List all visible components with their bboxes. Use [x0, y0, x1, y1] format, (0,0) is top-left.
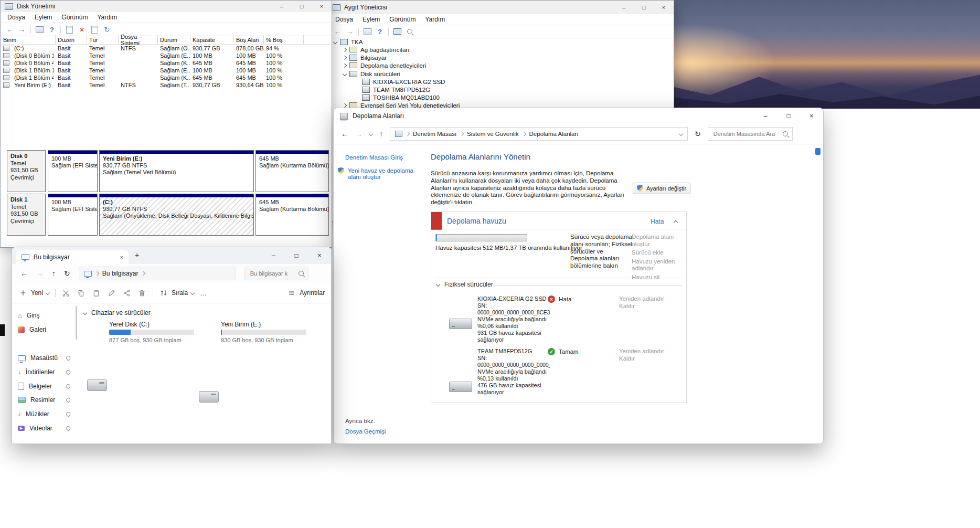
col-dosya-sistemi[interactable]: Dosya Sistemi	[119, 35, 158, 44]
up-icon[interactable]: ↑	[379, 130, 383, 138]
tree-item-network-adapters[interactable]: Ağ bağdaştırıcıları	[343, 46, 409, 54]
partition-disk1-volume-c-selected[interactable]: (C:)930,77 GB NTFSSağlam (Önyükleme, Dis…	[99, 194, 254, 236]
col-durum[interactable]: Durum	[158, 35, 190, 44]
menu-eylem[interactable]: Eylem	[30, 13, 57, 22]
drive-e-name[interactable]: Yeni Birim (E:)	[221, 321, 261, 328]
refresh-icon[interactable]: ↻	[103, 25, 111, 34]
maximize-button[interactable]: □	[292, 1, 312, 12]
remove-drive-link[interactable]: Kaldır	[619, 355, 678, 363]
collapsed-chevron-icon[interactable]	[343, 47, 347, 51]
title-bar[interactable]: Aygıt Yöneticisi – □ ×	[328, 1, 674, 14]
paste-icon[interactable]	[92, 288, 101, 298]
search-input[interactable]	[712, 130, 780, 138]
computer-icon[interactable]	[393, 27, 401, 36]
up-icon[interactable]: ↑	[52, 270, 56, 277]
scrollbar-thumb[interactable]	[815, 148, 821, 155]
more-options-button[interactable]: …	[200, 289, 207, 297]
control-panel-home-link[interactable]: Denetim Masası Giriş	[345, 154, 403, 161]
collapsed-chevron-icon[interactable]	[343, 103, 347, 107]
forward-icon[interactable]: →	[346, 27, 354, 36]
table-row[interactable]: (Disk 1 Bölüm 4) BasitTemel Sağlam (K...…	[1, 74, 331, 81]
back-icon[interactable]: ←	[5, 25, 14, 34]
tree-item-toshiba-hdd[interactable]: TOSHIBA MQ01ABD100	[362, 93, 440, 101]
search-box[interactable]	[244, 267, 308, 280]
menu-dosya[interactable]: Dosya	[331, 15, 358, 24]
col-kapasite[interactable]: Kapasite	[190, 35, 234, 44]
breadcrumb-storage-spaces[interactable]: Depolama Alanları	[529, 131, 579, 137]
tree-item-disk-drives[interactable]: Disk sürücüleri	[343, 70, 400, 78]
new-tab-button[interactable]: +	[135, 251, 139, 259]
back-icon[interactable]: ←	[333, 27, 342, 36]
col-duzen[interactable]: Düzen	[56, 35, 87, 44]
change-settings-button[interactable]: Ayarları değiştir	[633, 183, 690, 194]
forward-icon[interactable]: →	[18, 25, 26, 34]
menu-yardim[interactable]: Yardım	[92, 13, 122, 22]
minimize-button[interactable]: –	[614, 1, 634, 14]
help-icon[interactable]: ?	[48, 25, 56, 34]
sidebar-scrollbar[interactable]	[76, 306, 77, 340]
add-drive-link[interactable]: Sürücü ekle	[632, 249, 684, 257]
address-bar[interactable]: Denetim Masası Sistem ve Güvenlik Depola…	[390, 127, 688, 141]
col-tur[interactable]: Tür	[87, 35, 119, 44]
sidebar-item-music[interactable]: ♪ Müzikler	[14, 407, 74, 421]
scan-hardware-icon[interactable]	[406, 27, 414, 36]
physical-drives-header[interactable]: Fiziksel sürücüler	[436, 281, 493, 288]
search-box[interactable]	[708, 127, 793, 141]
tree-root-computer[interactable]: TKA	[334, 38, 363, 46]
sidebar-item-pictures[interactable]: Resimler	[14, 393, 74, 407]
collapsed-chevron-icon[interactable]	[343, 63, 347, 67]
col-birim[interactable]: Birim	[1, 35, 56, 44]
partition-disk1-recovery[interactable]: 645 MBSağlam (Kurtarma Bölümü)	[255, 194, 329, 236]
col-pct-bos[interactable]: % Boş	[264, 35, 304, 44]
collapse-chevron-icon[interactable]	[674, 220, 678, 225]
drive-e-icon[interactable]	[199, 391, 219, 403]
file-history-link[interactable]: Dosya Geçmişi	[345, 428, 386, 435]
menu-gorunum[interactable]: Görünüm	[57, 13, 92, 22]
forward-icon[interactable]: →	[355, 130, 363, 138]
minimize-button[interactable]: –	[754, 108, 777, 124]
partition-disk1-efi[interactable]: 100 MBSağlam (EFI Sistem	[48, 194, 98, 236]
table-row[interactable]: (Disk 0 Bölüm 1) BasitTemel Sağlam (E...…	[1, 52, 331, 59]
sidebar-item-documents[interactable]: Belgeler	[14, 379, 74, 393]
rename-drive-link[interactable]: Yeniden adlandır	[619, 295, 678, 303]
partition-disk0-efi[interactable]: 100 MBSağlam (EFI Sistem	[48, 150, 98, 192]
col-bos-alan[interactable]: Boş Alan	[234, 35, 264, 44]
rename-pool-link[interactable]: Havuzu yeniden adlandır	[632, 258, 684, 272]
tree-item-kioxia-ssd[interactable]: KIOXIA-EXCERIA G2 SSD	[362, 78, 445, 86]
rename-drive-link[interactable]: Yeniden adlandır	[619, 348, 678, 355]
close-button[interactable]: ×	[312, 1, 332, 12]
tab-close-icon[interactable]: ×	[120, 254, 123, 260]
collapsed-chevron-icon[interactable]	[343, 55, 347, 59]
sidebar-item-downloads[interactable]: ↓ İndirilenler	[14, 365, 74, 379]
back-icon[interactable]: ←	[341, 130, 348, 138]
maximize-button[interactable]: □	[285, 247, 308, 264]
address-dropdown-chevron-icon[interactable]	[679, 132, 683, 136]
action-pane-icon[interactable]	[65, 25, 73, 34]
cut-icon[interactable]	[61, 288, 71, 298]
breadcrumb-this-pc[interactable]: Bu bilgisayar	[102, 270, 139, 277]
refresh-icon[interactable]: ↻	[64, 270, 70, 277]
expanded-chevron-icon[interactable]	[343, 71, 347, 76]
console-tree-icon[interactable]	[35, 25, 44, 34]
tree-item-team-ssd[interactable]: TEAM TM8FPD512G	[362, 86, 430, 93]
back-icon[interactable]: ←	[20, 270, 28, 277]
console-tree-icon[interactable]	[363, 27, 371, 36]
close-button[interactable]: ×	[800, 108, 823, 124]
delete-icon[interactable]	[137, 288, 147, 298]
table-row[interactable]: (Disk 0 Bölüm 4) BasitTemel Sağlam (K...…	[1, 59, 331, 67]
drive-c-name[interactable]: Yerel Disk (C:)	[109, 321, 150, 328]
search-input[interactable]	[249, 270, 295, 277]
maximize-button[interactable]: □	[634, 1, 654, 14]
minimize-button[interactable]: –	[262, 247, 285, 264]
delete-icon[interactable]: ×	[78, 25, 86, 34]
sort-button[interactable]: Sırala	[159, 288, 194, 298]
refresh-icon[interactable]: ↻	[695, 130, 701, 138]
share-icon[interactable]	[122, 288, 132, 298]
sidebar-item-home[interactable]: ⌂ Giriş	[14, 309, 74, 322]
menu-yardim[interactable]: Yardım	[420, 15, 450, 24]
title-bar[interactable]: Depolama Alanları – □ ×	[334, 108, 823, 124]
details-view-button[interactable]: Ayrıntılar	[287, 288, 325, 298]
recent-locations-chevron-icon[interactable]	[369, 132, 373, 136]
create-storage-space-link[interactable]: Depolama alanı oluştur	[632, 234, 684, 248]
remove-drive-link[interactable]: Kaldır	[619, 303, 678, 310]
